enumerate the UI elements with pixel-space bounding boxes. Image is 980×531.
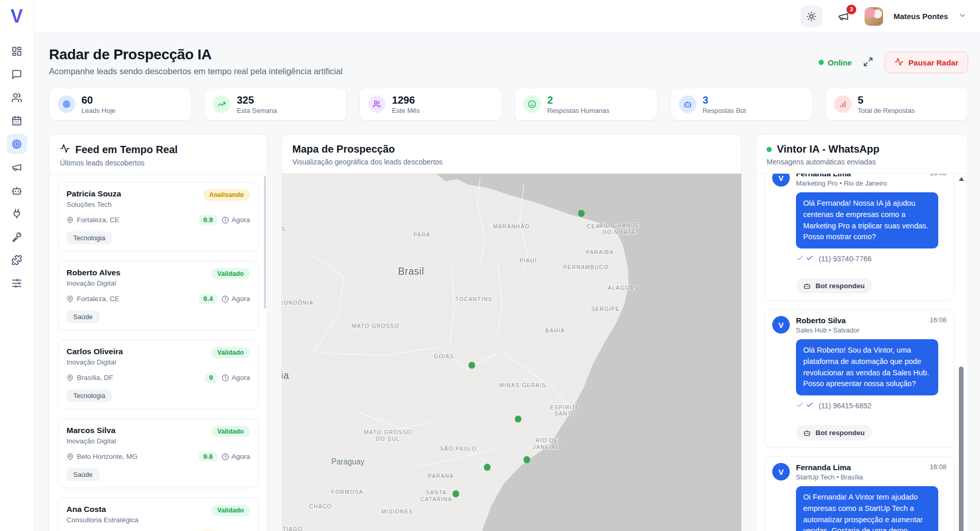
feed-subtitle: Últimos leads descobertos [60,159,257,167]
vintor-logo[interactable]: V [10,5,23,27]
page-title: Radar de Prospecção IA [49,46,343,63]
sidebar-item-bot[interactable] [7,180,27,201]
activity-icon [894,57,904,67]
notifications-button[interactable]: 3 [833,6,854,27]
lead-name: Patricia Souza [67,189,121,198]
map-label: BAHIA [545,327,565,334]
theme-toggle-button[interactable] [801,6,822,27]
lead-time: Agora [231,295,250,303]
lead-status-badge: Analisando [203,189,250,201]
expand-button[interactable] [863,57,873,69]
prospect-map[interactable]: AMAZONASPARÁMARANHÃOCEARÁRIO GRANDEDO NO… [282,174,741,531]
chevron-icon [958,11,967,20]
key-icon [11,231,22,242]
map-label: MINAS GERAIS [499,381,546,388]
pin-icon [67,217,74,224]
lead-company: Inovação Digital [67,358,123,366]
sidebar-item-key[interactable] [7,226,27,247]
check-icon [806,254,813,262]
sidebar-item-puzzle[interactable] [7,250,27,270]
sun-icon [806,11,817,22]
map-label: RIO DEJANEIRO [533,437,561,450]
lead-location: Belo Horizonte, MG [77,453,138,460]
feed-scrollbar[interactable] [264,176,266,309]
whatsapp-subtitle: Mensagens automáticas enviadas [767,158,957,166]
user-name: Mateus Pontes [893,12,948,21]
chat-icon [11,69,22,80]
message-card: V Fernanda Lima Marketing Pro • Rio de J… [765,174,954,301]
stats-row: 60 Leads Hoje 325 Esta Semana 1296 Este … [49,88,968,121]
lead-time: Agora [231,374,250,381]
check-icon [806,401,813,409]
stat-label: Esta Semana [237,107,277,114]
sidebar-item-chat[interactable] [7,64,27,85]
map-label: GOIÁS [434,353,454,359]
lead-card: Ana Costa Consultoria Estratégica Valida… [58,497,259,531]
message-bubble: Olá Fernanda! Nossa IA já ajudou centena… [796,192,938,248]
lead-map-marker[interactable] [523,456,530,463]
lead-time: Agora [231,216,250,224]
map-label: PARÁ [413,231,430,238]
message-card: V Roberto Silva Sales Hub • Salvador 16:… [765,309,954,448]
feed-title: Feed em Tempo Real [75,144,178,156]
map-label: PIAUÍ [520,257,537,263]
clock-icon [222,453,229,460]
stat-card: 5 Total de Respostas [825,88,968,121]
feed-panel: Feed em Tempo Real Últimos leads descobe… [49,134,268,531]
lead-map-marker[interactable] [469,362,475,369]
message-card: V Fernanda Lima StartUp Tech • Brasília … [765,456,954,531]
map-label: MARANHÃO [493,223,530,229]
lead-score: 9.6 [199,452,217,461]
lead-map-marker[interactable] [514,416,521,423]
main-content: Radar de Prospecção IA Acompanhe leads s… [34,33,980,531]
message-list: V Fernanda Lima Marketing Pro • Rio de J… [756,174,968,531]
lead-map-marker[interactable] [484,464,491,471]
sidebar-item-megaphone[interactable] [7,157,27,177]
lead-tag: Saúde [67,310,99,323]
stat-value: 325 [237,94,277,106]
lead-location: Fortaleza, CE [77,295,120,303]
megaphone-icon [11,162,22,173]
user-avatar[interactable] [865,7,883,26]
sidebar-item-sliders[interactable] [7,273,27,293]
pause-radar-button[interactable]: Pausar Radar [885,52,968,73]
lead-map-marker[interactable] [578,210,585,217]
scroll-up-arrow-icon[interactable] [959,177,964,181]
map-label: Brasil [398,265,424,277]
map-title: Mapa de Prospecção [292,143,395,155]
contact-name: Roberto Silva [796,316,859,325]
lead-company: Soluções Tech [67,201,121,208]
chevron-down-icon[interactable] [958,11,967,22]
online-dot-icon [819,60,824,65]
lead-score: 9 [205,373,217,383]
lead-map-marker[interactable] [453,490,459,497]
sidebar-item-target[interactable] [7,134,27,154]
lead-score: 9.4 [199,294,217,304]
sidebar-item-users[interactable] [7,87,27,108]
sidebar-item-plug[interactable] [7,203,27,224]
brazil-map-canvas[interactable]: AMAZONASPARÁMARANHÃOCEARÁRIO GRANDEDO NO… [282,174,741,531]
scrollbar-thumb[interactable] [959,367,964,531]
contact-avatar: V [772,463,790,480]
sidebar-nav [7,41,27,293]
lead-status-badge: Validado [211,347,250,358]
map-label: PARAÍBA [586,249,614,255]
target-icon [11,139,22,150]
bot-icon [11,185,22,196]
lead-score: 9.9 [199,215,217,225]
map-label: Paraguay [331,457,364,466]
map-label: ALAGOAS [608,285,638,291]
lead-location: Brasília, DF [77,374,113,381]
whatsapp-scrollbar[interactable] [958,174,965,531]
dashboard-icon [11,46,22,57]
stat-value: 3 [703,94,746,106]
sidebar-item-dashboard[interactable] [7,41,27,61]
stat-value: 2 [547,94,609,106]
whatsapp-title: Vintor IA - WhatsApp [777,143,879,155]
lead-card: Carlos Oliveira Inovação Digital Validad… [58,340,259,409]
sidebar-item-calendar[interactable] [7,110,27,131]
lead-card: Roberto Alves Inovação Digital Validado … [58,261,259,330]
map-label: SERGIPE [591,306,620,312]
lead-card: Patricia Souza Soluções Tech Analisando … [58,182,259,252]
contact-phone: (11) 93740-7766 [819,255,871,263]
